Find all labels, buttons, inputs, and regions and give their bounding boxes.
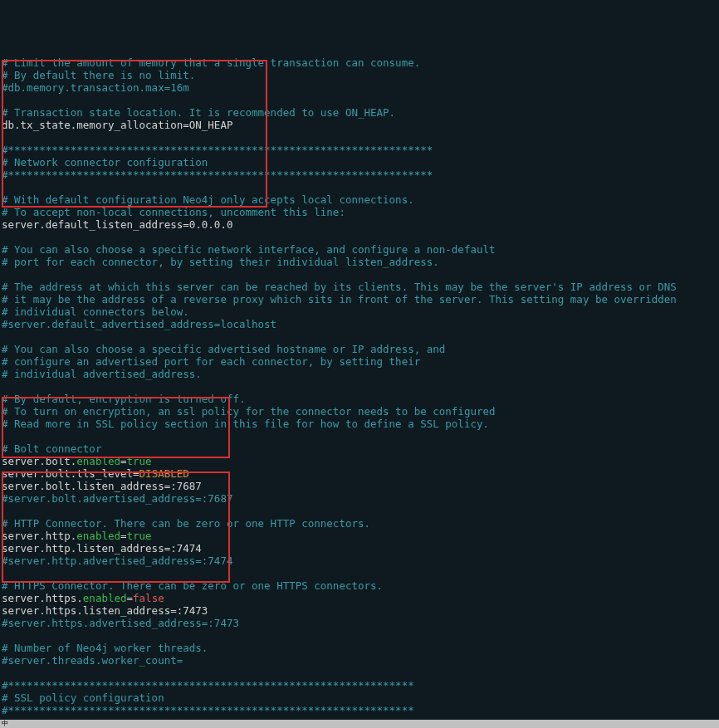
config-line[interactable]: [2, 430, 719, 442]
config-line[interactable]: #***************************************…: [2, 144, 719, 156]
config-line[interactable]: # Bolt connector: [2, 442, 719, 455]
config-line[interactable]: # You can also choose a specific adverti…: [2, 343, 719, 355]
config-line[interactable]: #***************************************…: [2, 679, 719, 691]
config-line[interactable]: # SSL policy configuration: [2, 691, 719, 704]
config-line[interactable]: # Number of Neo4j worker threads.: [2, 642, 719, 654]
config-line[interactable]: # The address at which this server can b…: [2, 281, 719, 293]
config-line[interactable]: db.tx_state.memory_allocation=ON_HEAP: [2, 119, 719, 131]
config-line[interactable]: # individual advertised_address.: [2, 368, 719, 380]
config-line[interactable]: #server.https.advertised_address=:7473: [2, 617, 719, 629]
config-line[interactable]: #***************************************…: [2, 169, 719, 181]
config-line[interactable]: # By default there is no limit.: [2, 69, 719, 81]
config-line[interactable]: [2, 505, 719, 517]
config-line[interactable]: [2, 131, 719, 144]
config-line[interactable]: [2, 629, 719, 642]
config-line[interactable]: server.http.listen_address=:7474: [2, 542, 719, 555]
config-line[interactable]: # configure an advertised port for each …: [2, 355, 719, 368]
config-line[interactable]: server.http.enabled=true: [2, 530, 719, 542]
config-line[interactable]: #server.threads.worker_count=: [2, 654, 719, 667]
config-line[interactable]: server.bolt.tls_level=DISABLED: [2, 467, 719, 480]
config-line[interactable]: [2, 181, 719, 193]
config-line[interactable]: [2, 380, 719, 393]
config-line[interactable]: # port for each connector, by setting th…: [2, 256, 719, 268]
config-line[interactable]: server.default_listen_address=0.0.0.0: [2, 218, 719, 231]
config-line[interactable]: # HTTPS Connector. There can be zero or …: [2, 579, 719, 592]
config-line[interactable]: #***************************************…: [2, 704, 719, 716]
config-editor[interactable]: # Limit the amount of memory that a sing…: [2, 56, 719, 728]
config-line[interactable]: [2, 567, 719, 579]
config-line[interactable]: # To turn on encryption, an ssl policy f…: [2, 405, 719, 418]
config-line[interactable]: #server.http.advertised_address=:7474: [2, 555, 719, 567]
config-line[interactable]: server.https.enabled=false: [2, 592, 719, 604]
config-line[interactable]: server.bolt.enabled=true: [2, 455, 719, 467]
config-line[interactable]: [2, 330, 719, 343]
config-line[interactable]: # it may be the address of a reverse pro…: [2, 293, 719, 305]
config-line[interactable]: # You can also choose a specific network…: [2, 243, 719, 256]
config-line[interactable]: # Read more in SSL policy section in thi…: [2, 418, 719, 430]
status-bar: 中: [0, 720, 719, 728]
config-line[interactable]: # By default, encryption is turned off.: [2, 393, 719, 405]
config-line[interactable]: #server.bolt.advertised_address=:7687: [2, 492, 719, 505]
config-line[interactable]: # individual connectors below.: [2, 305, 719, 318]
config-line[interactable]: # With default configuration Neo4j only …: [2, 193, 719, 206]
config-line[interactable]: #server.default_advertised_address=local…: [2, 318, 719, 330]
config-line[interactable]: # Transaction state location. It is reco…: [2, 106, 719, 119]
config-line[interactable]: #db.memory.transaction.max=16m: [2, 81, 719, 94]
config-line[interactable]: [2, 94, 719, 106]
config-line[interactable]: # HTTP Connector. There can be zero or o…: [2, 517, 719, 530]
config-line[interactable]: [2, 268, 719, 281]
config-line[interactable]: # Limit the amount of memory that a sing…: [2, 56, 719, 69]
config-line[interactable]: [2, 231, 719, 243]
config-line[interactable]: # To accept non-local connections, uncom…: [2, 206, 719, 218]
config-line[interactable]: [2, 667, 719, 679]
config-line[interactable]: # Network connector configuration: [2, 156, 719, 169]
config-line[interactable]: server.bolt.listen_address=:7687: [2, 480, 719, 492]
config-line[interactable]: server.https.listen_address=:7473: [2, 604, 719, 617]
